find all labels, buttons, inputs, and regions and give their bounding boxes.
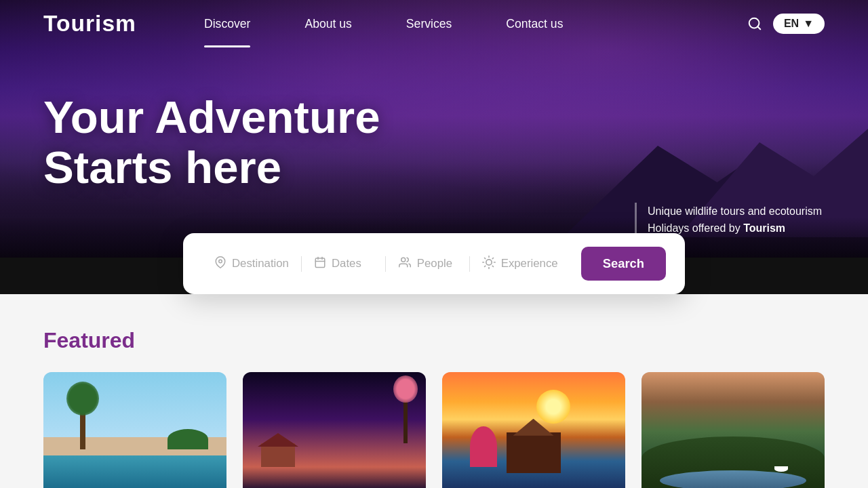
nav-links: Discover About us Services Contact us [177, 0, 747, 47]
experience-label: Experience [501, 257, 558, 270]
dates-label: Dates [332, 257, 361, 270]
language-label: EN [784, 18, 799, 30]
search-section: Destination Dates People [0, 233, 868, 294]
card-sky[interactable]: Sky [642, 372, 825, 488]
hero-title: Your Adventure Starts here [43, 92, 608, 192]
language-selector[interactable]: EN ▼ [773, 14, 825, 34]
main-content: Featured Beach Village [0, 294, 868, 488]
chevron-down-icon: ▼ [803, 18, 814, 30]
svg-line-1 [757, 26, 760, 29]
dates-field[interactable]: Dates [302, 256, 386, 272]
svg-point-7 [401, 258, 406, 262]
people-icon [398, 256, 412, 272]
calendar-icon [314, 256, 326, 272]
svg-line-16 [492, 258, 493, 258]
nav-services[interactable]: Services [379, 0, 479, 47]
featured-title: Featured [43, 328, 825, 353]
search-icon-button[interactable] [747, 16, 762, 31]
featured-cards: Beach Village Sea Sky [43, 372, 825, 488]
people-label: People [417, 257, 452, 270]
hero-text-block: Your Adventure Starts here [43, 92, 608, 192]
experience-icon [482, 256, 496, 272]
search-bar: Destination Dates People [183, 233, 685, 294]
search-button[interactable]: Search [581, 247, 666, 281]
nav-right: EN ▼ [747, 14, 825, 34]
card-beach[interactable]: Beach [43, 372, 226, 488]
experience-field[interactable]: Experience [470, 256, 570, 272]
location-icon [214, 256, 226, 272]
people-field[interactable]: People [386, 256, 470, 272]
card-sea[interactable]: Sea [442, 372, 625, 488]
beach-image [43, 372, 226, 488]
svg-line-15 [484, 266, 485, 266]
svg-point-2 [219, 260, 222, 263]
nav-contact[interactable]: Contact us [479, 0, 590, 47]
nav-about[interactable]: About us [277, 0, 378, 47]
search-icon [747, 16, 762, 31]
destination-field[interactable]: Destination [202, 256, 302, 272]
svg-line-12 [492, 266, 493, 266]
nav-discover[interactable]: Discover [177, 0, 277, 47]
sea-image [442, 372, 625, 488]
sky-image [642, 372, 825, 488]
svg-rect-3 [315, 258, 325, 268]
svg-line-11 [484, 258, 485, 258]
hero-subtitle: Unique wildlife tours and ecotourism Hol… [635, 203, 825, 237]
card-village[interactable]: Village [243, 372, 426, 488]
village-image [243, 372, 426, 488]
destination-label: Destination [232, 257, 289, 270]
svg-point-8 [486, 259, 492, 264]
navbar: Tourism Discover About us Services Conta… [43, 0, 825, 47]
site-logo[interactable]: Tourism [43, 11, 136, 37]
